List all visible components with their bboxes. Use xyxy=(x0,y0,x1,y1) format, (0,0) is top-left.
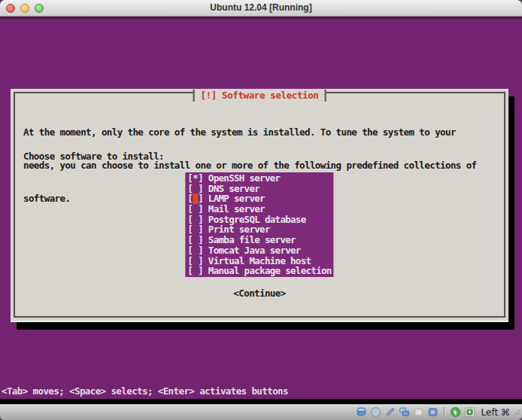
software-option[interactable]: [ ] Manual package selection xyxy=(187,266,331,276)
keyboard-capture-icon[interactable] xyxy=(464,406,476,418)
checkbox-marker xyxy=(193,256,198,266)
vm-screen-bottom-edge xyxy=(0,399,522,404)
software-option[interactable]: [ ] DNS server xyxy=(187,184,331,194)
floppy-icon[interactable] xyxy=(384,406,396,418)
software-option[interactable]: [ ] LAMP server xyxy=(187,193,331,204)
usb-icon[interactable] xyxy=(413,406,425,418)
software-option[interactable]: [*] OpenSSH server xyxy=(187,173,331,184)
software-option[interactable]: [ ] Mail server xyxy=(187,204,331,215)
statusbar-divider xyxy=(444,407,445,418)
checkbox-marker xyxy=(193,215,198,225)
intro-line: needs, you can choose to install one or … xyxy=(23,160,477,172)
software-option[interactable]: [ ] Samba file server xyxy=(187,235,331,245)
choose-software-prompt: Choose software to install: xyxy=(23,151,164,162)
host-key-label: Left ⌘ xyxy=(481,407,510,418)
checkbox-marker xyxy=(193,266,198,276)
network-icon[interactable] xyxy=(399,406,411,418)
continue-button[interactable]: <Continue> xyxy=(233,288,285,299)
checkbox-marker: * xyxy=(193,173,198,184)
checkbox-marker xyxy=(193,245,198,256)
vm-window: Ubuntu 12.04 [Running] [!] Software sele… xyxy=(0,0,522,420)
hdd-icon[interactable] xyxy=(356,406,368,418)
virtualbox-statusbar: Left ⌘ xyxy=(0,404,522,420)
mouse-integration-icon[interactable] xyxy=(450,406,462,418)
software-selection-dialog: [!] Software selection At the moment, on… xyxy=(11,89,508,322)
window-titlebar[interactable]: Ubuntu 12.04 [Running] xyxy=(0,0,522,17)
resize-grip[interactable] xyxy=(512,406,521,419)
optical-disc-icon[interactable] xyxy=(370,406,382,418)
vm-display[interactable]: [!] Software selection At the moment, on… xyxy=(0,17,522,399)
software-list[interactable]: [*] OpenSSH server[ ] DNS server[ ] LAMP… xyxy=(185,172,333,277)
checkbox-marker xyxy=(193,235,198,245)
software-option[interactable]: [ ] Virtual Machine host xyxy=(187,256,331,266)
intro-line: At the moment, only the core of the syst… xyxy=(23,127,477,138)
software-option[interactable]: [ ] Tomcat Java server xyxy=(187,245,331,256)
checkbox-marker xyxy=(193,224,198,235)
shared-folders-icon[interactable] xyxy=(427,406,439,418)
window-title: Ubuntu 12.04 [Running] xyxy=(0,0,522,16)
dialog-title: [!] Software selection xyxy=(193,90,326,102)
checkbox-cursor xyxy=(193,193,198,204)
software-option-label: Manual package selection xyxy=(203,265,332,276)
checkbox-marker xyxy=(193,204,198,215)
software-option[interactable]: [ ] Print server xyxy=(187,224,331,235)
keyboard-help-line: <Tab> moves; <Space> selects; <Enter> ac… xyxy=(2,385,288,397)
software-option[interactable]: [ ] PostgreSQL database xyxy=(187,215,331,225)
checkbox-marker xyxy=(193,184,198,194)
